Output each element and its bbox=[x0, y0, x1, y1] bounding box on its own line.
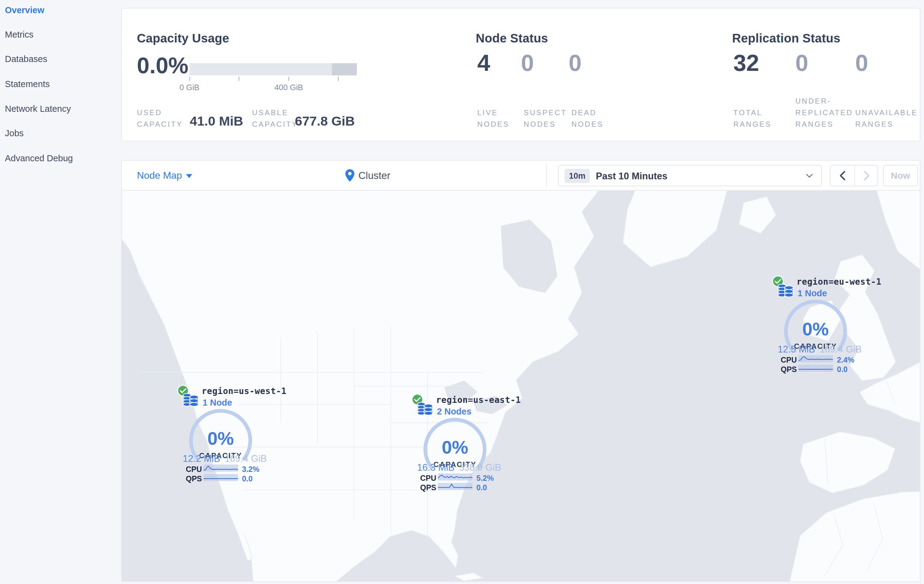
qps-sparkline bbox=[203, 474, 238, 482]
view-selector[interactable]: Node Map bbox=[137, 170, 182, 181]
suspect-nodes-count: 0 bbox=[521, 51, 534, 74]
dead-nodes-count: 0 bbox=[569, 51, 581, 74]
axis-tick bbox=[338, 77, 338, 81]
db-console-overview-page: Overview Metrics Databases Statements Ne… bbox=[0, 0, 924, 584]
label-line: LIVE bbox=[477, 107, 509, 118]
region-name: region=eu-west-1 bbox=[797, 277, 881, 287]
region-total-capacity: 169.4 GiB bbox=[820, 344, 862, 355]
label-line: UNAVAILABLE bbox=[855, 107, 918, 118]
qps-sparkline bbox=[799, 364, 833, 372]
cpu-sparkline bbox=[203, 464, 238, 472]
usable-capacity-label: USABLE CAPACITY bbox=[252, 95, 298, 130]
capacity-percent: 0.0% bbox=[137, 54, 188, 77]
region-node-count[interactable]: 2 Nodes bbox=[437, 406, 472, 416]
cpu-label: CPU bbox=[781, 355, 797, 364]
region-name: region=us-west-1 bbox=[202, 386, 287, 396]
label-line: UNDER- bbox=[795, 95, 853, 107]
label-line: NODES bbox=[524, 118, 567, 130]
now-button[interactable]: Now bbox=[883, 165, 918, 186]
map-pin-icon bbox=[345, 169, 355, 182]
label-line: TOTAL bbox=[733, 107, 772, 118]
label-line: CAPACITY bbox=[137, 118, 183, 130]
cpu-sparkline bbox=[799, 355, 833, 363]
capacity-bar-other-segment bbox=[332, 63, 357, 76]
qps-value: 0.0 bbox=[476, 483, 487, 492]
capacity-bar bbox=[190, 63, 357, 76]
sidebar-item-metrics[interactable]: Metrics bbox=[5, 30, 33, 40]
capacity-usage-title: Capacity Usage bbox=[137, 31, 229, 45]
label-line: USED bbox=[137, 107, 183, 118]
region-node-count[interactable]: 1 Node bbox=[797, 288, 827, 298]
qps-label: QPS bbox=[420, 483, 436, 492]
cpu-label: CPU bbox=[186, 465, 202, 474]
time-step-buttons bbox=[830, 165, 878, 186]
region-node-count[interactable]: 1 Node bbox=[203, 398, 232, 408]
region-marker-us-east-1[interactable]: region=us-east-1 2 Nodes 0% CAPACITY 16.… bbox=[412, 394, 506, 495]
axis-tick-label: 400 GiB bbox=[267, 83, 310, 92]
region-total-capacity: 338.9 GiB bbox=[459, 462, 501, 473]
axis-tick bbox=[190, 77, 190, 81]
dead-nodes-label: DEAD NODES bbox=[571, 95, 604, 130]
label-line: SUSPECT bbox=[524, 107, 567, 118]
cpu-value: 2.4% bbox=[837, 355, 854, 364]
under-replicated-label: UNDER- REPLICATED RANGES bbox=[795, 95, 853, 130]
live-nodes-label: LIVE NODES bbox=[477, 95, 509, 130]
region-used-capacity: 12.5 MiB bbox=[778, 344, 815, 355]
label-line: CAPACITY bbox=[252, 118, 298, 130]
chevron-left-icon bbox=[839, 170, 846, 181]
sidebar-item-statements[interactable]: Statements bbox=[5, 79, 50, 89]
qps-label: QPS bbox=[781, 365, 797, 374]
total-ranges-label: TOTAL RANGES bbox=[733, 95, 772, 130]
region-marker-eu-west-1[interactable]: region=eu-west-1 1 Node 0% CAPACITY 12.5… bbox=[772, 275, 867, 376]
sidebar-item-databases[interactable]: Databases bbox=[5, 54, 47, 64]
time-range-dropdown[interactable]: 10m Past 10 Minutes bbox=[558, 165, 822, 186]
sidebar-item-network-latency[interactable]: Network Latency bbox=[5, 104, 71, 114]
axis-tick bbox=[289, 77, 289, 81]
usable-capacity-value: 677.8 GiB bbox=[295, 114, 355, 128]
node-map-card: Node Map Cluster 10m Past 10 Minutes bbox=[121, 160, 920, 582]
unavailable-ranges-label: UNAVAILABLE RANGES bbox=[855, 95, 918, 130]
time-next-button[interactable] bbox=[855, 166, 879, 186]
time-range-label: Past 10 Minutes bbox=[596, 171, 667, 182]
total-ranges-count: 32 bbox=[733, 51, 759, 74]
qps-value: 0.0 bbox=[242, 474, 253, 483]
time-prev-button[interactable] bbox=[830, 166, 854, 186]
gauge-percent: 0% bbox=[421, 438, 488, 457]
world-map[interactable]: region=us-west-1 1 Node 0% CAPACITY 12.2… bbox=[122, 191, 920, 582]
cpu-label: CPU bbox=[420, 474, 436, 483]
breadcrumb[interactable]: Cluster bbox=[358, 170, 391, 181]
qps-value: 0.0 bbox=[837, 365, 848, 374]
under-replicated-count: 0 bbox=[795, 51, 808, 74]
suspect-nodes-label: SUSPECT NODES bbox=[524, 95, 567, 130]
label-line: DEAD bbox=[571, 107, 604, 118]
sidebar-item-overview[interactable]: Overview bbox=[5, 5, 44, 15]
axis-tick-label: 0 GiB bbox=[168, 83, 211, 92]
label-line: REPLICATED bbox=[795, 107, 853, 118]
label-line: RANGES bbox=[733, 118, 772, 130]
cluster-summary-card: Capacity Usage 0.0% 0 GiB 400 GiB USED C… bbox=[121, 8, 920, 141]
database-stack-icon bbox=[777, 282, 794, 298]
region-marker-us-west-1[interactable]: region=us-west-1 1 Node 0% CAPACITY 12.2… bbox=[177, 385, 272, 486]
sidebar-item-advanced-debug[interactable]: Advanced Debug bbox=[5, 153, 73, 163]
cpu-value: 3.2% bbox=[242, 465, 259, 474]
chevron-down-icon bbox=[806, 174, 813, 178]
node-status-title: Node Status bbox=[476, 31, 548, 45]
unavailable-ranges-count: 0 bbox=[855, 51, 868, 74]
database-stack-icon bbox=[182, 392, 199, 407]
used-capacity-label: USED CAPACITY bbox=[137, 95, 183, 130]
live-nodes-count: 4 bbox=[477, 51, 490, 74]
label-line: USABLE bbox=[252, 107, 298, 118]
label-line: NODES bbox=[571, 118, 604, 130]
cpu-sparkline bbox=[438, 473, 472, 481]
sidebar-item-jobs[interactable]: Jobs bbox=[5, 128, 23, 138]
qps-sparkline bbox=[438, 482, 472, 490]
region-total-capacity: 169.4 GiB bbox=[224, 453, 267, 464]
qps-label: QPS bbox=[186, 474, 202, 483]
used-capacity-value: 41.0 MiB bbox=[190, 114, 243, 128]
label-line: RANGES bbox=[795, 118, 853, 130]
region-used-capacity: 16.3 MiB bbox=[417, 462, 454, 473]
gauge-percent: 0% bbox=[782, 320, 849, 339]
cpu-value: 5.2% bbox=[476, 474, 494, 483]
toolbar-divider bbox=[546, 164, 547, 188]
axis-tick bbox=[239, 77, 239, 81]
